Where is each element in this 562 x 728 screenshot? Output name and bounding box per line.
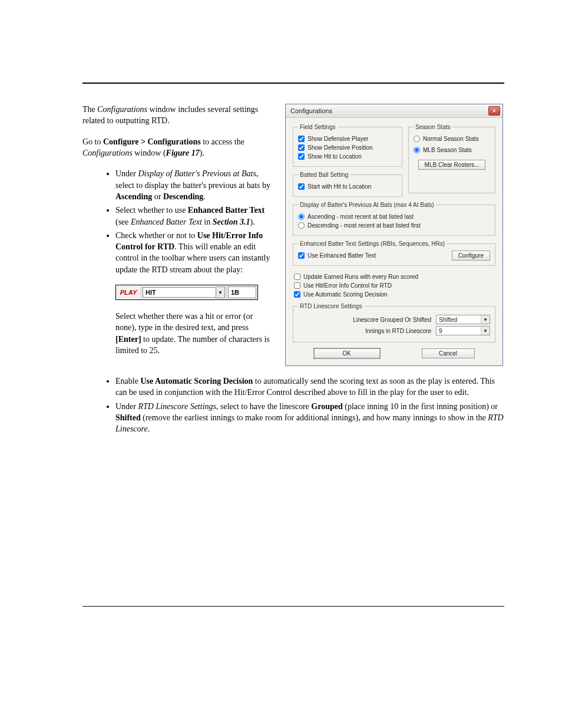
footer-rule (82, 606, 504, 607)
text: or (152, 192, 163, 201)
checkbox-icon[interactable] (298, 183, 305, 190)
ok-button[interactable]: OK (314, 348, 380, 358)
checkbox-icon[interactable] (294, 282, 300, 289)
checkbox-label: Use Automatic Scoring Decision (303, 291, 387, 298)
text-bolditalic: Figure 17 (166, 149, 200, 157)
checkbox-label: Show Hit to Location (308, 153, 362, 160)
text-bold: Use Automatic Scoring Decision (140, 377, 253, 386)
show-hit-to-location-checkbox[interactable]: Show Hit to Location (298, 153, 397, 160)
play-button[interactable]: PLAY (116, 285, 141, 299)
show-defensive-player-checkbox[interactable]: Show Defensive Player (298, 135, 397, 143)
text-bold: Configure > Configurations (103, 137, 201, 146)
select-value: 9 (439, 328, 442, 334)
chevron-down-icon[interactable]: ▼ (481, 327, 490, 335)
checkbox-label: Show Defensive Position (308, 144, 373, 151)
checkbox-icon[interactable] (298, 252, 305, 259)
checkbox-icon[interactable] (298, 136, 305, 142)
radio-label: MLB Season Stats (423, 146, 472, 154)
descending-radio[interactable]: Descending - most recent at bast listed … (298, 222, 490, 229)
ascending-radio[interactable]: Ascending - most recent at bat listed la… (298, 213, 490, 220)
list-item: Check whether or not to Use Hit/Error In… (115, 230, 272, 275)
cancel-button[interactable]: Cancel (422, 348, 475, 358)
text: The (82, 105, 97, 114)
intro-paragraph-2: Go to Configure > Configurations to acce… (82, 136, 272, 159)
text: window ( (133, 149, 166, 157)
use-enhanced-batter-text-checkbox[interactable]: Use Enhanced Batter Text (298, 252, 376, 259)
bullet-list-2: Enable Use Automatic Scoring Decision to… (82, 375, 504, 435)
checkbox-label: Update Earned Runs with every Run scored (303, 273, 418, 281)
list-item: Under RTD Linescore Settings, select to … (115, 401, 504, 435)
text-bold: Enhanced Batter Text (188, 206, 265, 215)
after-bullets-paragraph: Select whether there was a hit or error … (115, 311, 272, 356)
list-item: Under Display of Batter's Previous at Ba… (115, 168, 272, 202)
text: ). (200, 149, 204, 157)
use-hit-error-control-checkbox[interactable]: Use Hit/Error Info Control for RTD (294, 282, 495, 289)
radio-icon[interactable] (414, 136, 420, 142)
text: ). (250, 218, 255, 226)
mlb-clear-rosters-button[interactable]: MLB Clear Rosters... (418, 160, 486, 170)
grouped-shifted-select[interactable]: Shifted ▼ (436, 315, 490, 324)
window-titlebar[interactable]: Configurations × (286, 104, 503, 118)
play-text-input[interactable]: 1B (228, 286, 256, 298)
group-legend: Enhanced Batter Text Settings (RBIs, Seq… (298, 241, 447, 247)
text: (see (115, 218, 131, 226)
bullet-list-1: Under Display of Batter's Previous at Ba… (82, 168, 272, 275)
text-italic: RTD Linescore Settings (138, 402, 216, 411)
text: Under (115, 402, 138, 411)
mlb-season-stats-radio[interactable]: MLB Season Stats (414, 146, 490, 154)
display-batters-group: Display of Batter's Previous At Bats (ma… (293, 202, 495, 236)
text: . (148, 424, 150, 433)
group-legend: Batted Ball Setting (298, 172, 350, 178)
normal-season-stats-radio[interactable]: Normal Season Stats (414, 135, 490, 143)
text-bold: Shifted (115, 413, 141, 422)
toolbar-figure: PLAY HIT ▼ 1B (115, 285, 258, 300)
text-bold: [Enter] (115, 335, 141, 344)
radio-label: Ascending - most recent at bat listed la… (308, 213, 414, 220)
show-defensive-position-checkbox[interactable]: Show Defensive Position (298, 144, 397, 151)
group-legend: Display of Batter's Previous At Bats (ma… (298, 202, 436, 208)
text: to access the (201, 137, 244, 146)
checkbox-icon[interactable] (294, 274, 300, 280)
chevron-down-icon[interactable]: ▼ (481, 315, 490, 324)
text: in (202, 218, 213, 226)
text: . (203, 192, 206, 201)
start-hit-location-checkbox[interactable]: Start with Hit to Location (298, 183, 397, 190)
dropdown-arrow-icon[interactable]: ▼ (216, 286, 225, 298)
rtd-linescore-settings-group: RTD Linescore Settings Linescore Grouped… (293, 303, 495, 342)
group-legend: Field Settings (298, 124, 338, 130)
configurations-window: Configurations × Field Settings Show Def… (285, 104, 503, 366)
text: Go to (82, 137, 103, 146)
update-earned-runs-checkbox[interactable]: Update Earned Runs with every Run scored (294, 273, 495, 281)
header-rule (82, 83, 504, 84)
text-italic: Configurations (97, 105, 147, 114)
radio-icon[interactable] (414, 147, 420, 153)
hit-combo[interactable]: HIT ▼ (141, 285, 227, 299)
radio-label: Normal Season Stats (423, 135, 479, 143)
text-bold: Grouped (311, 402, 342, 411)
list-item: Select whether to use Enhanced Batter Te… (115, 205, 272, 228)
enhanced-batter-text-group: Enhanced Batter Text Settings (RBIs, Seq… (293, 241, 495, 266)
radio-icon[interactable] (298, 213, 305, 220)
checkbox-icon[interactable] (298, 144, 305, 151)
text: , select to have the linescore (216, 402, 311, 411)
list-item: Enable Use Automatic Scoring Decision to… (115, 375, 504, 398)
left-column: The Configurations window includes sever… (82, 104, 272, 365)
text: Check whether or not to (115, 231, 197, 240)
text-bolditalic: Section 3.1 (213, 218, 250, 226)
close-icon[interactable]: × (488, 106, 500, 116)
configure-button[interactable]: Configure (452, 251, 490, 261)
text: Select whether to use (115, 206, 188, 215)
checkbox-label: Use Hit/Error Info Control for RTD (303, 282, 392, 289)
text-bold: Descending (163, 192, 203, 201)
checkbox-icon[interactable] (298, 153, 305, 160)
checkbox-icon[interactable] (294, 291, 300, 298)
text-bold: Ascending (115, 192, 152, 201)
innings-select[interactable]: 9 ▼ (436, 326, 490, 335)
radio-icon[interactable] (298, 222, 305, 229)
innings-label: Innings in RTD Linescore (298, 328, 431, 334)
field-settings-group: Field Settings Show Defensive Player Sho… (293, 124, 402, 167)
hit-combo-value[interactable]: HIT (143, 287, 216, 298)
use-automatic-scoring-checkbox[interactable]: Use Automatic Scoring Decision (294, 291, 495, 298)
group-legend: RTD Linescore Settings (298, 303, 363, 309)
text-italic: Configurations (82, 149, 133, 157)
